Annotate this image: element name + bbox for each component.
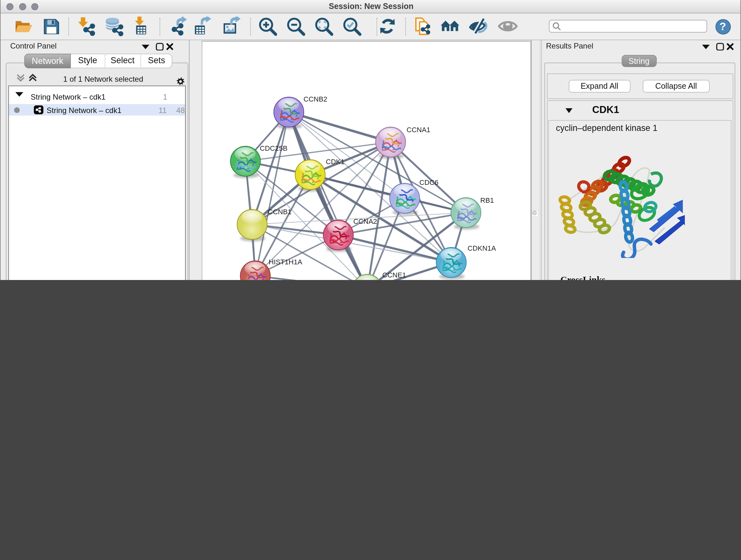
svg-text:CCNB1: CCNB1 [268,207,292,215]
svg-text:CCNB2: CCNB2 [304,95,327,103]
svg-text:CCNA2: CCNA2 [353,217,377,225]
svg-text:HIST1H1A: HIST1H1A [269,258,302,266]
svg-text:CCNE1: CCNE1 [382,271,406,279]
svg-text:CDK1: CDK1 [326,158,345,165]
svg-text:RB1: RB1 [480,196,494,204]
svg-text:CCNA1: CCNA1 [407,125,430,133]
svg-text:CDKN1A: CDKN1A [468,244,496,252]
svg-text:CDC6: CDC6 [419,178,439,186]
svg-text:CDC25B: CDC25B [260,144,287,152]
